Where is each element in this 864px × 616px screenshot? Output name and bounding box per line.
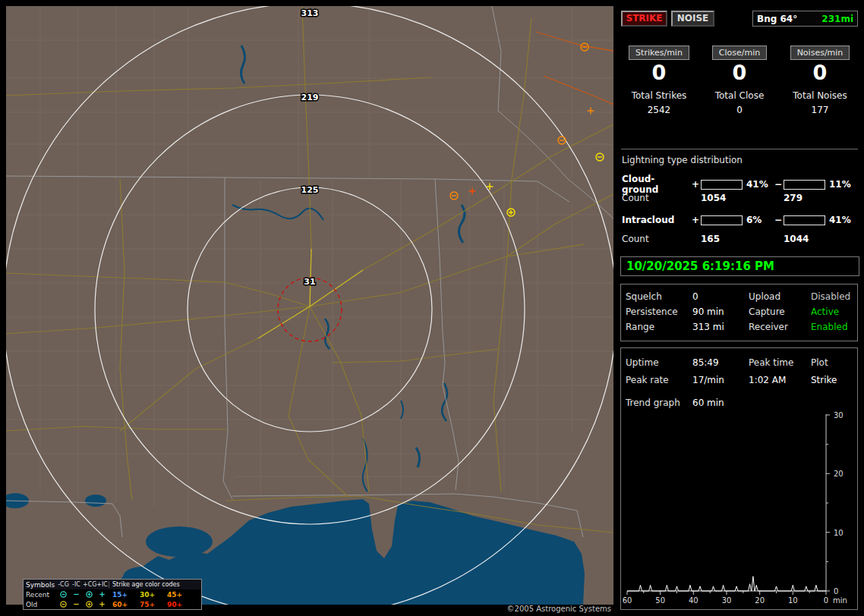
- legend-column-header: +IC: [96, 581, 109, 588]
- intracloud-row: Intracloud + 6% − 41%: [622, 215, 856, 225]
- minus-sign: −: [773, 179, 784, 190]
- plot-label: Plot: [811, 357, 856, 368]
- trend-graph-window: 60 min: [692, 398, 749, 408]
- total-noises-label: Total Noises: [780, 90, 860, 101]
- cloud-ground-counts: Count 1054 279: [622, 193, 856, 203]
- nexstorm-window: 313 219 125 31 Symbols-CG-IC+CG+ICStrike…: [0, 0, 864, 616]
- cloud-ground-label: Cloud-ground: [622, 174, 690, 195]
- close-per-min-value: 0: [699, 61, 780, 84]
- upload-label: Upload: [749, 291, 811, 302]
- map-view[interactable]: 313 219 125 31: [6, 6, 613, 605]
- uptime-label: Uptime: [626, 357, 692, 368]
- capture-label: Capture: [749, 306, 811, 317]
- plot-value: Strike: [811, 375, 856, 385]
- legend-rows: Recent15+30+45+ Old60+75+90+: [24, 589, 201, 609]
- svg-text:20: 20: [755, 596, 765, 605]
- receiver-label: Receiver: [749, 322, 811, 332]
- distribution-title: Lightning type distribution: [622, 155, 858, 165]
- ring-label: 313: [301, 8, 319, 18]
- svg-text:60: 60: [623, 596, 632, 605]
- cg-positive-pct: 41%: [743, 179, 773, 190]
- minus-icon: [72, 600, 80, 608]
- ic-positive-count: 165: [701, 234, 784, 244]
- close-per-min-button[interactable]: Close/min: [712, 46, 767, 60]
- noise-mode-button[interactable]: NOISE: [671, 11, 714, 27]
- strikes-per-min-button[interactable]: Strikes/min: [629, 46, 689, 60]
- status-panel: Squelch 0 Upload Disabled Persistence 90…: [620, 284, 858, 341]
- noises-per-min-column: Noises/min 0 Total Noises 177: [780, 46, 860, 115]
- map-svg: 313 219 125 31: [6, 6, 613, 605]
- age-code: 45+: [163, 591, 191, 599]
- persistence-value: 90 min: [692, 306, 749, 317]
- info-row: Uptime 85:49 Peak time Plot: [621, 355, 862, 370]
- persistence-label: Persistence: [626, 306, 692, 317]
- capture-status: Active: [811, 306, 856, 317]
- bearing-panel: Bng 64° 231mi: [752, 11, 858, 27]
- ic-negative-pct: 41%: [825, 215, 856, 225]
- legend-header: Symbols-CG-IC+CG+ICStrike age color code…: [24, 580, 201, 589]
- strike-mode-button[interactable]: STRIKE: [621, 11, 667, 27]
- age-code: 75+: [136, 601, 163, 608]
- divider: [621, 149, 858, 149]
- age-code: 90+: [163, 601, 191, 608]
- cg-negative-pct: 11%: [825, 179, 856, 190]
- noises-per-min-button[interactable]: Noises/min: [790, 46, 850, 60]
- cg-negative-count: 279: [784, 193, 856, 203]
- svg-text:50: 50: [655, 596, 665, 605]
- plus-sign: +: [690, 179, 701, 190]
- svg-text:10: 10: [788, 596, 798, 605]
- ic-negative-count: 1044: [784, 234, 856, 244]
- upload-status: Disabled: [811, 291, 856, 302]
- circle-plus-icon: [85, 590, 93, 599]
- ring-label: 125: [301, 185, 319, 195]
- svg-text:10: 10: [834, 529, 844, 537]
- trend-graph: 30201006050403020100min: [623, 412, 856, 608]
- bearing-value: Bng 64°: [757, 14, 797, 24]
- peak-time-label: Peak time: [749, 357, 811, 368]
- strikes-per-min-value: 0: [619, 61, 699, 84]
- intracloud-counts: Count 165 1044: [622, 234, 856, 244]
- peak-rate-label: Peak rate: [626, 375, 692, 385]
- cg-positive-count: 1054: [701, 193, 784, 203]
- plus-icon: [98, 600, 106, 608]
- info-row: Peak rate 17/min 1:02 AM Strike: [621, 372, 862, 388]
- minus-sign: −: [773, 215, 784, 225]
- count-label: Count: [622, 234, 701, 244]
- datetime-display: 10/20/2025 6:19:16 PM: [620, 256, 859, 276]
- noises-per-min-value: 0: [780, 61, 860, 84]
- ring-label: 31: [304, 277, 315, 287]
- trend-plot: 30201006050403020100min: [623, 412, 847, 605]
- ring-label: 219: [301, 93, 319, 102]
- age-code: 30+: [136, 591, 163, 599]
- svg-text:0: 0: [824, 596, 828, 605]
- peak-rate-value: 17/min: [692, 375, 749, 385]
- sidebar: STRIKE NOISE Bng 64° 231mi Strikes/min 0…: [619, 6, 860, 611]
- legend-column-header: -CG: [57, 581, 70, 588]
- plus-icon: [98, 590, 106, 599]
- range-value: 313 mi: [692, 322, 749, 332]
- legend-column-header: +CG: [83, 581, 96, 588]
- total-close-label: Total Close: [699, 90, 780, 101]
- total-noises-value: 177: [780, 105, 860, 115]
- close-per-min-column: Close/min 0 Total Close 0: [699, 46, 780, 115]
- svg-text:30: 30: [834, 412, 844, 420]
- intracloud-label: Intracloud: [622, 215, 690, 225]
- range-label: Range: [626, 322, 692, 332]
- status-row: Range 313 mi Receiver Enabled: [621, 319, 857, 335]
- legend-age-header: Strike age color codes: [109, 581, 201, 588]
- circle-minus-icon: [59, 590, 68, 599]
- age-code: 15+: [109, 591, 136, 599]
- info-panel: Uptime 85:49 Peak time Plot Peak rate 17…: [620, 347, 858, 610]
- svg-text:20: 20: [834, 470, 844, 478]
- svg-text:30: 30: [722, 596, 732, 605]
- trend-row: Trend graph 60 min: [621, 395, 862, 410]
- legend-row: Old60+75+90+: [24, 599, 201, 609]
- legend-column-header: -IC: [70, 581, 83, 588]
- distribution-panel: Lightning type distribution Cloud-ground…: [622, 155, 858, 253]
- count-label: Count: [622, 193, 701, 203]
- status-row: Squelch 0 Upload Disabled: [621, 289, 857, 304]
- bearing-distance: 231mi: [821, 14, 853, 24]
- trend-graph-label: Trend graph: [626, 398, 692, 408]
- age-code: 60+: [109, 601, 136, 608]
- legend-symbols-header: Symbols: [24, 581, 57, 589]
